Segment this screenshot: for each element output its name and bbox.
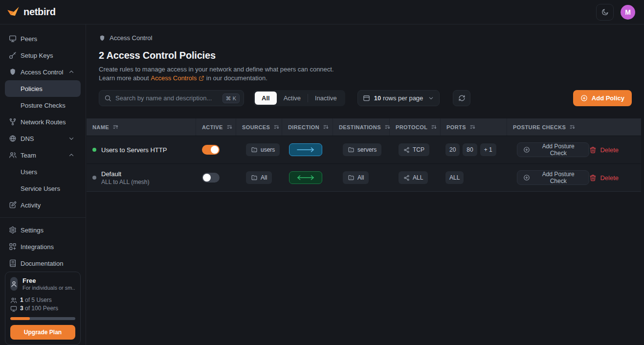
blocks-icon: [9, 243, 17, 251]
user-avatar[interactable]: M: [621, 5, 635, 20]
moon-icon: [601, 8, 609, 16]
sidebar-item-users[interactable]: Users: [5, 163, 81, 180]
search-icon: [104, 94, 111, 102]
sidebar-label: Policies: [21, 85, 43, 92]
add-posture-check-button[interactable]: Add Posture Check: [517, 142, 589, 157]
sidebar-item-integrations[interactable]: Integrations: [5, 238, 81, 255]
sidebar-item-service-users[interactable]: Service Users: [5, 180, 81, 197]
sidebar: Peers Setup Keys Access Control Policies…: [0, 24, 86, 345]
rows-per-page-select[interactable]: 10 rows per page: [357, 90, 440, 106]
sidebar-item-documentation[interactable]: Documentation: [5, 255, 81, 272]
active-toggle-off[interactable]: [202, 173, 220, 183]
sidebar-label: Documentation: [21, 260, 63, 267]
source-group-label: All: [261, 174, 267, 181]
page-title: 2 Access Control Policies: [99, 50, 632, 61]
usage-progress-track: [10, 317, 75, 320]
tab-all[interactable]: All: [255, 92, 277, 105]
column-header-protocol[interactable]: PROTOCOL: [390, 118, 441, 136]
column-header-active[interactable]: ACTIVE: [196, 118, 236, 136]
plan-peers-label: of 100 Peers: [25, 305, 58, 312]
sidebar-label: Settings: [21, 227, 44, 234]
column-label: ACTIVE: [202, 124, 223, 130]
policy-ports-cell: ALL: [441, 164, 507, 191]
rows-per-page-count: 10: [374, 94, 381, 102]
column-header-sources[interactable]: SOURCES: [236, 118, 282, 136]
sort-desc-icon: [323, 124, 329, 130]
network-fork-icon: [9, 118, 17, 126]
access-controls-doc-link[interactable]: Access Controls: [151, 74, 204, 83]
search-shortcut-badge: ⌘ K: [222, 93, 240, 103]
column-header-posture-checks[interactable]: POSTURE CHECKS: [507, 118, 641, 136]
sidebar-label: Peers: [21, 35, 37, 43]
add-posture-check-button[interactable]: Add Posture Check: [517, 170, 589, 185]
plus-circle-icon: [580, 94, 588, 102]
delete-policy-button[interactable]: Delete: [589, 174, 619, 182]
policy-active-cell: [196, 164, 236, 191]
sidebar-item-access-control[interactable]: Access Control: [5, 64, 81, 80]
upgrade-plan-button[interactable]: Upgrade Plan: [10, 325, 75, 340]
sidebar-label: DNS: [21, 135, 34, 142]
sidebar-item-settings[interactable]: Settings: [5, 222, 81, 238]
sidebar-item-team[interactable]: Team: [5, 147, 81, 163]
sidebar-item-setup-keys[interactable]: Setup Keys: [5, 47, 81, 64]
source-group-chip: All: [246, 171, 272, 184]
plan-users-label: of 5 Users: [25, 297, 52, 303]
policy-name-cell[interactable]: Users to Servers HTTP: [87, 136, 196, 163]
folder-icon: [251, 146, 258, 153]
sidebar-item-network-routes[interactable]: Network Routes: [5, 114, 81, 130]
table-row: Default ALL to ALL (mesh) All: [87, 163, 641, 191]
sidebar-label: Access Control: [21, 69, 63, 76]
policy-name-cell[interactable]: Default ALL to ALL (mesh): [87, 164, 196, 191]
topbar-actions: M: [596, 4, 635, 21]
policy-name: Users to Servers HTTP: [101, 146, 167, 154]
monitor-icon: [9, 35, 17, 43]
plan-peers-usage: 3 of 100 Peers: [10, 304, 75, 313]
filter-tabs: All Active Inactive: [253, 90, 345, 106]
tab-active[interactable]: Active: [277, 92, 308, 105]
column-header-name[interactable]: NAME: [87, 118, 196, 136]
theme-toggle-button[interactable]: [596, 4, 614, 21]
protocol-chip: TCP: [399, 143, 429, 156]
column-header-direction[interactable]: DIRECTION: [282, 118, 333, 136]
sidebar-item-activity[interactable]: Activity: [5, 197, 81, 213]
sidebar-item-peers[interactable]: Peers: [5, 30, 81, 47]
status-dot-active: [92, 148, 96, 152]
column-header-ports[interactable]: PORTS: [441, 118, 507, 136]
add-policy-button[interactable]: Add Policy: [573, 90, 632, 106]
policy-destinations-cell: servers: [333, 136, 390, 163]
column-label: NAME: [92, 124, 109, 130]
users-icon: [10, 297, 17, 304]
active-toggle-on[interactable]: [202, 145, 220, 155]
plan-description: For individuals or sm...: [22, 284, 75, 291]
trash-icon: [589, 174, 597, 182]
column-label: POSTURE CHECKS: [513, 124, 566, 130]
refresh-button[interactable]: [453, 90, 470, 106]
breadcrumb[interactable]: Access Control: [99, 34, 152, 42]
search-input[interactable]: [115, 94, 219, 102]
brand-logo[interactable]: netbird: [7, 6, 56, 19]
policy-active-cell: [196, 136, 236, 163]
toggle-knob: [211, 146, 219, 154]
plus-circle-icon: [523, 174, 530, 181]
status-dot-inactive: [92, 176, 96, 180]
search-box[interactable]: ⌘ K: [99, 90, 244, 106]
add-posture-check-label: Add Posture Check: [533, 171, 583, 184]
column-header-destinations[interactable]: DESTINATIONS: [333, 118, 390, 136]
policy-direction-cell: [282, 136, 333, 163]
book-icon: [9, 259, 17, 267]
destination-group-label: servers: [357, 146, 377, 153]
tab-inactive[interactable]: Inactive: [308, 92, 344, 105]
activity-log-icon: [9, 201, 17, 209]
table-row: Users to Servers HTTP users: [87, 136, 641, 163]
sidebar-item-posture-checks[interactable]: Posture Checks: [5, 97, 81, 114]
sidebar-item-dns[interactable]: DNS: [5, 130, 81, 147]
sidebar-item-policies[interactable]: Policies: [5, 80, 81, 97]
destination-group-label: All: [357, 174, 364, 181]
plan-users-usage: 1 of 5 Users: [10, 296, 75, 304]
sidebar-label: Activity: [21, 202, 41, 209]
page-description: Create rules to manage access in your ne…: [99, 65, 632, 74]
table-icon: [363, 94, 370, 102]
sidebar-label: Posture Checks: [21, 102, 66, 109]
delete-policy-button[interactable]: Delete: [589, 146, 619, 154]
direction-bidirectional-pill: [289, 171, 322, 184]
